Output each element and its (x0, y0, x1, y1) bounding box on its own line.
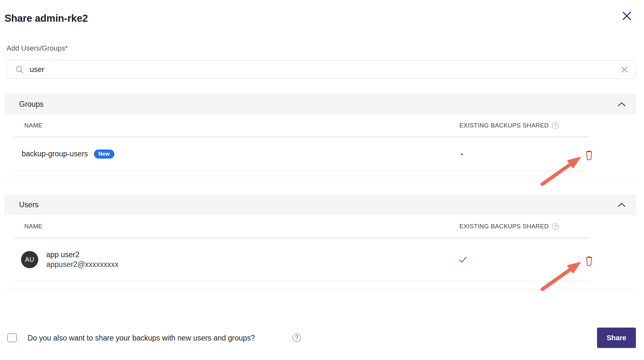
users-section-title: Users (19, 200, 39, 209)
add-users-groups-label: Add Users/Groups* (6, 44, 68, 53)
groups-shared-column-header: EXISTING BACKUPS SHARED (459, 122, 549, 129)
remove-user-button[interactable] (582, 255, 595, 268)
user-shared-value (459, 256, 467, 263)
share-backups-checkbox[interactable] (7, 333, 17, 342)
users-table-header: NAME EXISTING BACKUPS SHARED ? (15, 215, 589, 238)
user-display-name: app user2 (46, 251, 119, 259)
groups-section-title: Groups (19, 100, 43, 109)
user-email: appuser2@xxxxxxxxx (46, 260, 119, 269)
users-shared-help-icon[interactable]: ? (552, 223, 559, 230)
close-icon (622, 11, 632, 21)
share-backups-help-icon[interactable]: ? (293, 333, 301, 342)
share-backups-question: Do you also want to share your backups w… (28, 334, 255, 342)
trash-icon (585, 256, 593, 266)
clear-icon (621, 66, 628, 73)
users-collapse-button[interactable] (617, 202, 626, 208)
users-shared-column-header: EXISTING BACKUPS SHARED (459, 223, 549, 230)
remove-group-button[interactable] (582, 149, 595, 162)
close-dialog-button[interactable] (619, 8, 634, 23)
groups-shared-help-icon[interactable]: ? (552, 122, 559, 129)
trash-icon (585, 150, 593, 161)
chevron-up-icon (617, 102, 626, 107)
groups-section-header: Groups (5, 94, 637, 114)
groups-name-column-header: NAME (24, 122, 42, 129)
groups-table-header: NAME EXISTING BACKUPS SHARED ? (15, 114, 589, 137)
checkmark-icon (459, 256, 467, 263)
group-shared-value: - (461, 150, 463, 158)
group-name: backup-group-users (22, 150, 88, 158)
groups-collapse-button[interactable] (617, 102, 626, 107)
search-input[interactable] (29, 65, 621, 74)
users-name-column-header: NAME (24, 223, 42, 230)
share-button[interactable]: Share (597, 328, 636, 348)
group-row: backup-group-users New - (15, 137, 589, 171)
user-avatar: AU (21, 251, 38, 268)
dialog-title: Share admin-rke2 (5, 13, 88, 24)
users-section-header: Users (5, 195, 637, 215)
chevron-up-icon (617, 202, 626, 208)
new-badge: New (94, 150, 114, 159)
clear-search-button[interactable] (621, 66, 628, 73)
user-group-search[interactable] (6, 60, 636, 78)
users-section-divider (5, 290, 637, 290)
search-icon (15, 65, 24, 74)
user-row: AU app user2 appuser2@xxxxxxxxx (15, 238, 589, 281)
groups-section-divider (5, 180, 637, 180)
